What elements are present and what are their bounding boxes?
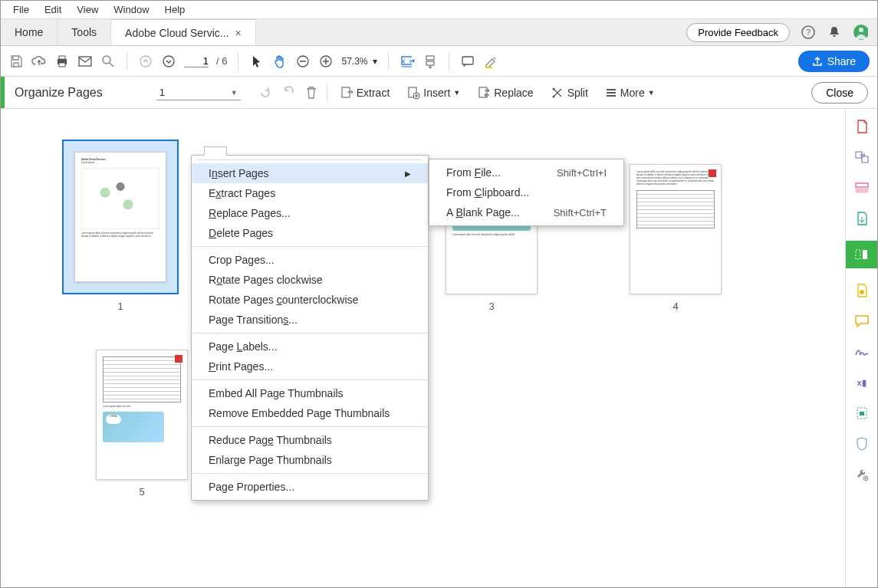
sub-blank-page[interactable]: A Blank Page...Shift+Ctrl+T xyxy=(429,202,623,222)
page-number-input[interactable] xyxy=(184,55,209,67)
svg-point-27 xyxy=(552,95,554,97)
tab-close-icon[interactable]: × xyxy=(235,27,241,39)
print-icon[interactable] xyxy=(54,54,70,69)
svg-point-11 xyxy=(163,56,174,67)
trash-icon[interactable] xyxy=(304,85,319,100)
help-icon[interactable]: ? xyxy=(801,25,816,40)
rail-shield-icon[interactable] xyxy=(853,435,870,452)
svg-rect-39 xyxy=(860,412,864,416)
close-button[interactable]: Close xyxy=(811,82,868,103)
zoom-out-icon[interactable] xyxy=(295,54,311,69)
rail-combine-icon[interactable] xyxy=(853,149,870,166)
highlight-icon[interactable] xyxy=(483,54,498,69)
thumb-label: 3 xyxy=(488,301,494,312)
svg-rect-30 xyxy=(607,95,616,97)
rail-organize-icon[interactable] xyxy=(846,241,878,268)
sub-from-file[interactable]: From File...Shift+Ctrl+I xyxy=(429,163,623,182)
page-down-icon[interactable] xyxy=(161,54,176,69)
ctx-page-transitions[interactable]: Page Transitions... xyxy=(192,310,428,330)
tab-home[interactable]: Home xyxy=(1,19,58,45)
provide-feedback-button[interactable]: Provide Feedback xyxy=(686,23,790,42)
rail-protect-icon[interactable] xyxy=(853,405,870,422)
page-select-value[interactable]: 1 xyxy=(156,85,241,100)
search-icon[interactable] xyxy=(100,54,116,69)
page-thumb-5[interactable]: Lorem ipsum dolor sit amet HIPAA 5 xyxy=(96,350,188,498)
thumb-label: 4 xyxy=(672,301,678,312)
svg-rect-29 xyxy=(607,92,616,94)
main-toolbar: / 6 57.3% ▾ ▾ Share xyxy=(1,46,877,77)
page-up-icon[interactable] xyxy=(138,54,153,69)
zoom-in-icon[interactable] xyxy=(318,54,334,69)
replace-button[interactable]: Replace xyxy=(472,83,538,103)
more-button[interactable]: More▼ xyxy=(600,84,659,102)
rail-sign-icon[interactable] xyxy=(853,343,870,360)
rail-export-icon[interactable] xyxy=(853,210,870,227)
page-thumb-4[interactable]: Lorem ipsum dolor sit amet consectetur a… xyxy=(630,164,722,312)
svg-rect-19 xyxy=(426,61,434,65)
insert-submenu: From File...Shift+Ctrl+I From Clipboard.… xyxy=(429,159,624,226)
svg-line-9 xyxy=(110,63,113,67)
avatar[interactable] xyxy=(853,25,868,40)
rail-redact-icon[interactable]: x▮ xyxy=(853,374,870,391)
hand-icon[interactable] xyxy=(272,54,288,69)
fit-width-icon[interactable]: ▾ xyxy=(400,54,415,69)
ctx-rotate-ccw[interactable]: Rotate Pages counterclockwise xyxy=(192,290,428,310)
ctx-page-labels[interactable]: Page Labels... xyxy=(192,337,428,356)
ctx-enlarge-thumbs[interactable]: Enlarge Page Thumbnails xyxy=(192,450,428,470)
ctx-rotate-cw[interactable]: Rotate Pages clockwise xyxy=(192,270,428,290)
menu-help[interactable]: Help xyxy=(157,2,193,17)
svg-point-3 xyxy=(859,28,863,32)
thumb-label: 5 xyxy=(139,486,144,498)
page-thumb-1[interactable]: Adobe Cloud ServicesLorem ipsum Lorem ip… xyxy=(62,140,179,312)
organize-title: Organize Pages xyxy=(15,86,103,100)
rail-edit-icon[interactable] xyxy=(853,179,870,196)
ctx-insert-pages[interactable]: Insert Pages▶ xyxy=(192,163,428,183)
tab-tools[interactable]: Tools xyxy=(58,19,111,45)
rotate-cw-icon[interactable] xyxy=(281,85,296,100)
ctx-page-properties[interactable]: Page Properties... xyxy=(192,477,428,497)
insert-button[interactable]: Insert▼ xyxy=(402,83,465,103)
ctx-embed-thumbs[interactable]: Embed All Page Thumbnails xyxy=(192,383,428,403)
rail-compress-icon[interactable] xyxy=(853,282,870,299)
svg-rect-18 xyxy=(426,56,434,60)
save-icon[interactable] xyxy=(8,54,24,69)
svg-rect-28 xyxy=(607,89,616,90)
rail-create-pdf-icon[interactable] xyxy=(853,118,870,135)
menu-view[interactable]: View xyxy=(69,2,106,17)
rail-more-tools-icon[interactable] xyxy=(853,466,870,483)
scroll-mode-icon[interactable] xyxy=(423,54,438,69)
ctx-print-pages[interactable]: Print Pages... xyxy=(192,356,428,376)
thumbnail-canvas[interactable]: Adobe Cloud ServicesLorem ipsum Lorem ip… xyxy=(1,109,845,587)
extract-button[interactable]: Extract xyxy=(335,83,395,103)
context-menu: Insert Pages▶ Extract Pages Replace Page… xyxy=(191,155,429,501)
ctx-extract-pages[interactable]: Extract Pages xyxy=(192,183,428,203)
menu-edit[interactable]: Edit xyxy=(37,2,69,17)
svg-point-10 xyxy=(140,56,151,67)
ctx-remove-thumbs[interactable]: Remove Embedded Page Thumbnails xyxy=(192,403,428,423)
svg-point-26 xyxy=(552,87,554,90)
ctx-crop-pages[interactable]: Crop Pages... xyxy=(192,250,428,270)
svg-point-37 xyxy=(860,290,864,294)
ctx-reduce-thumbs[interactable]: Reduce Page Thumbnails xyxy=(192,430,428,450)
svg-rect-6 xyxy=(59,63,65,67)
comment-icon[interactable] xyxy=(460,54,475,69)
tab-document[interactable]: Adobe Cloud Servic... × xyxy=(111,19,256,45)
rail-comment-icon[interactable] xyxy=(853,313,870,330)
cloud-upload-icon[interactable] xyxy=(31,54,47,69)
thumb-label: 1 xyxy=(117,301,123,312)
share-label: Share xyxy=(827,55,856,67)
ctx-replace-pages[interactable]: Replace Pages... xyxy=(192,203,428,223)
menu-window[interactable]: Window xyxy=(106,2,156,17)
sub-from-clipboard[interactable]: From Clipboard... xyxy=(429,182,623,202)
split-button[interactable]: Split xyxy=(546,83,593,103)
zoom-level[interactable]: 57.3% ▾ xyxy=(341,56,377,67)
pointer-icon[interactable] xyxy=(249,54,265,69)
menu-file[interactable]: File xyxy=(5,2,37,17)
share-button[interactable]: Share xyxy=(798,51,870,72)
mail-icon[interactable] xyxy=(77,54,93,69)
svg-rect-33 xyxy=(856,183,868,187)
bell-icon[interactable] xyxy=(827,25,842,40)
page-total-label: / 6 xyxy=(216,55,227,67)
rotate-ccw-icon[interactable] xyxy=(258,85,273,100)
ctx-delete-pages[interactable]: Delete Pages xyxy=(192,223,428,243)
